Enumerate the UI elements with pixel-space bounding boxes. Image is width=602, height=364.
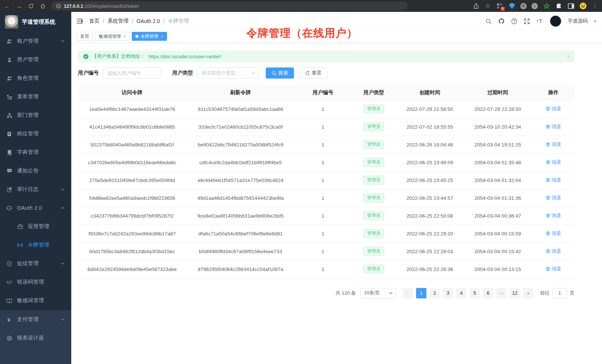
page-size-select[interactable]: 10条/页 [360, 288, 396, 298]
force-logout-button[interactable]: 强退 [546, 266, 561, 272]
filter-form: 用户编号 用户类型 请选择用户类型 搜索 重置 [78, 67, 575, 79]
next-page-button[interactable]: › [523, 288, 533, 298]
table-column-header: 用户编号 [295, 85, 351, 100]
page-button-3[interactable]: 3 [443, 288, 453, 298]
sidebar-collapse-icon[interactable] [76, 18, 83, 24]
brand[interactable]: 芋道管理系统 [0, 12, 71, 32]
tab-close-icon[interactable]: × [124, 34, 126, 39]
page-button-12[interactable]: 12 [510, 288, 520, 298]
page-button-4[interactable]: 4 [456, 288, 467, 298]
github-icon[interactable] [498, 18, 505, 24]
sidebar-item-post[interactable]: 岗位管理 [0, 125, 71, 143]
access-token-cell: 54d6be82ee5a460a9aedc1f9bf223656 [78, 189, 186, 207]
search-icon[interactable] [485, 18, 492, 24]
user-type-badge: 管理员 [363, 211, 384, 220]
sidebar-item-menu[interactable]: 菜单管理 [0, 87, 71, 106]
sidebar-item-label: 部门管理 [17, 112, 65, 119]
reset-button[interactable]: 重置 [299, 67, 327, 79]
force-logout-button[interactable]: 强退 [546, 106, 561, 112]
force-logout-button[interactable]: 强退 [546, 248, 561, 255]
fullscreen-icon[interactable] [524, 18, 530, 24]
extension-icon-recorder[interactable] [531, 3, 538, 9]
created-time-cell: 2022-06-26 18:04:46 [396, 136, 463, 153]
force-logout-button[interactable]: 强退 [546, 123, 561, 130]
force-logout-button[interactable]: 强退 [546, 177, 561, 183]
page-ellipsis-button[interactable]: ··· [496, 288, 507, 298]
page-button-2[interactable]: 2 [429, 288, 440, 298]
side-panel-icon[interactable] [567, 2, 575, 10]
sidebar-item-tenant[interactable]: 租户管理 [0, 32, 71, 50]
force-logout-button[interactable]: 强退 [546, 230, 561, 237]
reset-button-icon [305, 71, 310, 76]
search-button[interactable]: 搜索 [266, 67, 294, 79]
user-name[interactable]: 芋道源码 [567, 18, 588, 24]
force-logout-button[interactable]: 强退 [546, 212, 561, 219]
sidebar-item-error-code[interactable]: 错误码管理 [0, 273, 71, 291]
message-icon [6, 168, 12, 173]
table-row: 1ea5e44f8bc1467aaede43144f31de76811c5304… [78, 100, 575, 118]
force-logout-button[interactable]: 强退 [546, 195, 561, 201]
tab-敏感词管理[interactable]: 敏感词管理× [95, 32, 130, 41]
breadcrumb-item[interactable]: 首页 [89, 18, 99, 24]
tab-close-icon[interactable]: × [161, 34, 163, 39]
sidebar-item-dict[interactable]: 字典管理 [0, 143, 71, 162]
extensions-puzzle-icon[interactable] [555, 2, 562, 10]
share-icon[interactable] [473, 3, 480, 9]
sidebar-item-oauth2-token[interactable]: 令牌管理 [0, 236, 71, 254]
browser-home-button[interactable] [39, 3, 46, 9]
sidebar-item-sensitive-word[interactable]: 敏感词管理 [0, 291, 71, 310]
user-id-input[interactable] [103, 67, 161, 79]
sidebar-item-sms[interactable]: 短信管理 [0, 254, 71, 273]
page-button-6[interactable]: 6 [483, 288, 493, 298]
sidebar-item-pay[interactable]: ¥支付管理 [0, 310, 71, 329]
profile-avatar-icon[interactable] [579, 2, 587, 10]
address-bar[interactable]: 127.0.0.1:1024/system/oauth2/token [51, 1, 408, 10]
breadcrumb-item[interactable]: OAuth 2.0 [137, 18, 160, 24]
page-button-1[interactable]: 1 [416, 288, 426, 298]
user-type-select[interactable]: 请选择用户类型 [197, 67, 259, 79]
tab-首页[interactable]: 首页 [76, 32, 93, 41]
browser-menu-icon[interactable]: ⋮ [592, 3, 598, 9]
force-logout-button[interactable]: 强退 [546, 159, 561, 166]
trash-icon [546, 160, 550, 165]
help-icon[interactable] [511, 18, 517, 24]
force-logout-button[interactable]: 强退 [546, 141, 561, 148]
expire-time-cell: 2054-03-04 01:35:48 [463, 153, 532, 171]
user-avatar[interactable] [550, 16, 561, 27]
site-info-icon[interactable] [56, 3, 61, 9]
user-type-cell: 管理员 [351, 260, 396, 278]
user-menu-caret-icon[interactable]: ▾ [594, 19, 596, 24]
goto-page-input[interactable] [552, 288, 567, 298]
alert-doc-link[interactable]: https://doc.iocoder.cn/user-center/ [148, 54, 221, 59]
sidebar-item-notice[interactable]: 通知公告 [0, 162, 71, 180]
page-size-chevron-icon [389, 291, 393, 295]
sidebar-item-oauth2-app[interactable]: 应用管理 [0, 217, 71, 236]
sidebar-item-audit-log[interactable]: 审计日志 [0, 180, 71, 199]
alert-close-icon[interactable]: × [567, 53, 570, 59]
sidebar-item-oauth2[interactable]: OAuth 2.0 [0, 199, 71, 217]
sidebar-item-dept[interactable]: 部门管理 [0, 106, 71, 125]
font-size-icon[interactable]: TT [536, 18, 544, 24]
extension-icon-gem[interactable] [508, 2, 516, 10]
sidebar-item-role[interactable]: 角色管理 [0, 69, 71, 87]
breadcrumb-separator: / [163, 18, 165, 24]
trash-icon [546, 267, 550, 271]
table-column-header: 访问令牌 [78, 85, 186, 100]
extension-icon-blocks[interactable]: 9 [496, 2, 503, 10]
breadcrumb-item[interactable]: 系统管理 [108, 18, 128, 24]
breadcrumb-separator: / [103, 18, 104, 24]
sidebar-item-label: OAuth 2.0 [17, 205, 56, 211]
bookmark-star-icon[interactable]: ☆ [484, 3, 491, 9]
page-button-5[interactable]: 5 [470, 288, 480, 298]
browser-forward-button[interactable]: → [16, 3, 22, 9]
extension-icon-command[interactable]: ⌘ [520, 3, 527, 9]
browser-back-button[interactable]: ← [4, 3, 10, 9]
chevron-down-icon [60, 261, 65, 266]
sidebar-item-report-designer[interactable]: 报表设计器 [0, 329, 71, 347]
prev-page-button[interactable]: ‹ [403, 288, 413, 298]
tab-令牌管理[interactable]: 令牌管理× [132, 32, 167, 41]
sidebar-item-user[interactable]: 用户管理 [0, 50, 71, 69]
tab-label: 首页 [80, 33, 89, 40]
extension-icon-green-star[interactable] [543, 2, 550, 10]
browser-reload-button[interactable] [27, 3, 34, 9]
